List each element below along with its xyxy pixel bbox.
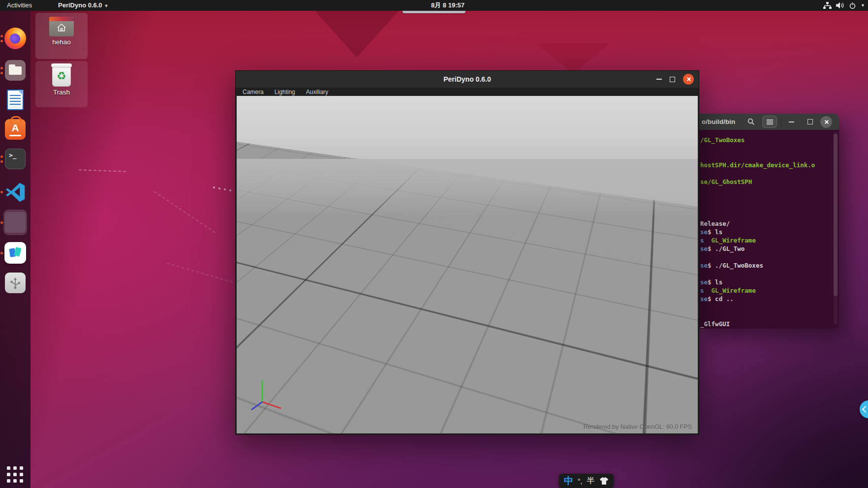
system-tray[interactable]: ▼: [823, 0, 865, 11]
wallpaper-dash: [167, 263, 243, 285]
terminal-icon: [5, 149, 26, 169]
wallpaper-dot: [218, 187, 220, 189]
files-icon: [5, 60, 26, 81]
show-applications-button[interactable]: [7, 466, 24, 483]
network-icon: [823, 2, 832, 9]
search-button[interactable]: [744, 116, 758, 128]
dock-item-ubuntu-software[interactable]: [3, 118, 27, 141]
top-bar: Activities PeriDyno 0.6.0▼ 8月 8 19:57 ▼: [0, 0, 868, 11]
ime-width-indicator[interactable]: 半: [587, 476, 595, 486]
wallpaper-triangle: [315, 11, 399, 58]
desktop-icon-label: hehao: [35, 38, 88, 46]
firefox-icon: [4, 28, 26, 49]
wallpaper-dot: [213, 186, 215, 188]
dock-item-firefox[interactable]: [3, 27, 27, 50]
terminal-window: o/build/bin /GL_TwoBoxeshostSPH.dir/cmak…: [699, 114, 839, 329]
dock-item-files[interactable]: [3, 59, 27, 82]
desktop-icon-trash[interactable]: ♻ Trash: [35, 61, 88, 107]
dock-item-terminal[interactable]: [3, 147, 27, 171]
wallpaper-dot: [224, 188, 226, 190]
home-folder-icon: [49, 17, 74, 36]
terminal-body[interactable]: /GL_TwoBoxeshostSPH.dir/cmake_device_lin…: [699, 130, 839, 329]
dock-item-peridyno[interactable]: [3, 210, 27, 235]
terminal-maximize-button[interactable]: [803, 116, 817, 128]
dock-item-libreoffice-writer[interactable]: [3, 88, 27, 112]
terminal-title: o/build/bin: [702, 114, 735, 130]
docs-icon: [4, 242, 26, 264]
menu-lighting[interactable]: Lighting: [275, 89, 295, 95]
peridyno-titlebar[interactable]: PeriDyno 0.6.0: [236, 71, 699, 88]
menu-button[interactable]: [762, 116, 777, 128]
wallpaper-dash: [79, 169, 126, 172]
dock-item-usb-drive[interactable]: [3, 271, 27, 295]
dock-item-vscode[interactable]: [3, 180, 27, 204]
ground-grid: [237, 96, 698, 433]
desktop-icon-hehao[interactable]: hehao: [35, 13, 88, 59]
menu-camera[interactable]: Camera: [243, 89, 264, 95]
trash-icon: ♻: [52, 65, 71, 87]
titlebar-separator: [781, 117, 781, 127]
terminal-scrollbar-thumb[interactable]: [834, 134, 837, 296]
running-indicator: [0, 147, 3, 171]
power-icon: [849, 2, 856, 9]
axis-gizmo: [244, 379, 293, 425]
terminal-minimize-button[interactable]: [784, 116, 799, 128]
dock-item-docs[interactable]: [3, 241, 27, 265]
running-indicator: [0, 180, 3, 204]
terminal-close-button[interactable]: [820, 116, 832, 128]
close-icon: [824, 120, 829, 124]
ime-punctuation-indicator[interactable]: °,: [578, 477, 583, 485]
running-indicator: [0, 210, 3, 235]
hamburger-icon: [767, 122, 773, 122]
dock: [0, 11, 31, 488]
running-indicator: [0, 27, 3, 50]
close-button[interactable]: [683, 74, 694, 85]
terminal-titlebar[interactable]: o/build/bin: [699, 114, 839, 130]
fps-status-text: Rendered by Native OpenGL: 60.0 FPS: [584, 424, 692, 430]
opengl-viewport[interactable]: Rendered by Native OpenGL: 60.0 FPS: [237, 96, 698, 433]
libreoffice-writer-icon: [7, 90, 24, 110]
search-icon: [747, 118, 755, 125]
running-indicator: [0, 241, 3, 265]
app-menu-label: PeriDyno 0.6.0: [58, 1, 102, 9]
maximize-button[interactable]: [670, 77, 675, 82]
peridyno-window: PeriDyno 0.6.0 Camera Lighting Auxiliary…: [235, 70, 699, 435]
vscode-icon: [4, 181, 26, 203]
menu-auxiliary[interactable]: Auxiliary: [306, 89, 328, 95]
usb-icon: [5, 273, 26, 293]
clock[interactable]: 8月 8 19:57: [431, 0, 465, 11]
input-method-bar[interactable]: 中 °, 半: [559, 474, 614, 488]
chevron-left-icon: [862, 406, 868, 413]
ubuntu-software-icon: [5, 119, 26, 140]
desktop-icon-label: Trash: [35, 89, 88, 96]
ime-language-indicator[interactable]: 中: [564, 474, 573, 488]
wallpaper-dot: [229, 189, 231, 191]
minimize-button[interactable]: [656, 79, 662, 80]
window-title: PeriDyno 0.6.0: [236, 71, 699, 88]
horizon-fog: [237, 159, 698, 218]
chevron-down-icon: ▼: [861, 3, 865, 8]
ime-skin-icon[interactable]: [599, 477, 609, 485]
volume-icon: [836, 2, 844, 9]
running-indicator: [0, 59, 3, 82]
app-menu-button[interactable]: PeriDyno 0.6.0▼: [58, 0, 109, 11]
menu-bar: Camera Lighting Auxiliary: [236, 88, 699, 96]
recycle-symbol: ♻: [52, 70, 71, 83]
activities-button[interactable]: Activities: [7, 0, 32, 11]
wallpaper-triangle: [536, 43, 610, 74]
desktop: Activities PeriDyno 0.6.0▼ 8月 8 19:57 ▼: [0, 0, 868, 488]
peridyno-app-icon: [3, 210, 27, 235]
close-icon: [686, 77, 691, 82]
wallpaper-dash: [154, 191, 215, 233]
chevron-down-icon: ▼: [104, 3, 109, 8]
